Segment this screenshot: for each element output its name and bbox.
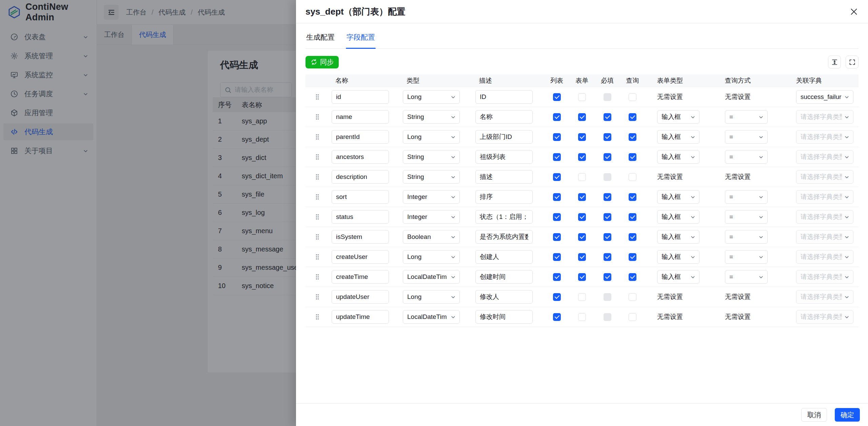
checkbox-checked[interactable]	[553, 293, 561, 301]
checkbox-checked[interactable]	[553, 273, 561, 281]
checkbox-checked[interactable]	[553, 173, 561, 181]
field-desc-input[interactable]	[475, 230, 533, 244]
checkbox-checked[interactable]	[553, 193, 561, 201]
field-name-input[interactable]	[332, 90, 389, 104]
field-type-select[interactable]: LocalDateTim	[403, 310, 460, 324]
checkbox-checked[interactable]	[629, 233, 636, 241]
field-desc-input[interactable]	[475, 130, 533, 144]
checkbox-checked[interactable]	[604, 213, 611, 221]
cancel-button[interactable]: 取消	[801, 408, 827, 422]
field-type-select[interactable]: Integer	[403, 190, 460, 204]
field-desc-input[interactable]	[475, 110, 533, 124]
field-type-select[interactable]: LocalDateTim	[403, 270, 460, 284]
query-type-select[interactable]: =	[725, 230, 768, 244]
form-type-select[interactable]: 输入框	[657, 250, 699, 264]
drag-handle[interactable]	[305, 234, 329, 240]
fullscreen-button[interactable]	[846, 56, 859, 68]
checkbox-checked[interactable]	[578, 233, 586, 241]
field-name-input[interactable]	[332, 310, 389, 324]
field-name-input[interactable]	[332, 170, 389, 184]
field-name-input[interactable]	[332, 190, 389, 204]
checkbox-unchecked[interactable]	[578, 173, 586, 181]
modal-tab-1[interactable]: 字段配置	[346, 23, 376, 48]
form-type-select[interactable]: 输入框	[657, 270, 699, 284]
drag-handle[interactable]	[305, 174, 329, 180]
field-desc-input[interactable]	[475, 210, 533, 224]
field-name-input[interactable]	[332, 230, 389, 244]
row-height-button[interactable]	[828, 56, 841, 68]
checkbox-unchecked[interactable]	[629, 293, 636, 301]
checkbox-checked[interactable]	[553, 113, 561, 121]
field-name-input[interactable]	[332, 110, 389, 124]
field-type-select[interactable]: Long	[403, 130, 460, 144]
drag-handle[interactable]	[305, 214, 329, 220]
form-type-select[interactable]: 输入框	[657, 130, 699, 144]
checkbox-checked[interactable]	[604, 273, 611, 281]
query-type-select[interactable]: =	[725, 130, 768, 144]
field-name-input[interactable]	[332, 130, 389, 144]
drag-handle[interactable]	[305, 134, 329, 140]
dict-select[interactable]: success_failur	[796, 90, 853, 104]
field-desc-input[interactable]	[475, 190, 533, 204]
checkbox-checked[interactable]	[578, 133, 586, 141]
checkbox-checked[interactable]	[553, 153, 561, 161]
checkbox-checked[interactable]	[629, 213, 636, 221]
checkbox-checked[interactable]	[553, 213, 561, 221]
drag-handle[interactable]	[305, 154, 329, 160]
close-button[interactable]	[847, 5, 861, 18]
field-desc-input[interactable]	[475, 90, 533, 104]
checkbox-checked[interactable]	[629, 113, 636, 121]
drag-handle[interactable]	[305, 94, 329, 100]
checkbox-checked[interactable]	[629, 133, 636, 141]
field-type-select[interactable]: String	[403, 150, 460, 164]
field-desc-input[interactable]	[475, 310, 533, 324]
field-name-input[interactable]	[332, 270, 389, 284]
checkbox-checked[interactable]	[604, 113, 611, 121]
modal-tab-0[interactable]: 生成配置	[305, 23, 335, 48]
checkbox-checked[interactable]	[629, 153, 636, 161]
field-type-select[interactable]: Integer	[403, 210, 460, 224]
field-type-select[interactable]: Long	[403, 90, 460, 104]
field-desc-input[interactable]	[475, 250, 533, 264]
drag-handle[interactable]	[305, 293, 329, 300]
checkbox-checked[interactable]	[553, 253, 561, 261]
form-type-select[interactable]: 输入框	[657, 190, 699, 204]
checkbox-unchecked[interactable]	[629, 93, 636, 101]
checkbox-unchecked[interactable]	[629, 313, 636, 321]
field-name-input[interactable]	[332, 290, 389, 304]
field-desc-input[interactable]	[475, 170, 533, 184]
query-type-select[interactable]: =	[725, 250, 768, 264]
form-type-select[interactable]: 输入框	[657, 230, 699, 244]
checkbox-checked[interactable]	[578, 273, 586, 281]
checkbox-checked[interactable]	[578, 153, 586, 161]
checkbox-checked[interactable]	[604, 233, 611, 241]
query-type-select[interactable]: =	[725, 270, 768, 284]
form-type-select[interactable]: 输入框	[657, 210, 699, 224]
field-name-input[interactable]	[332, 210, 389, 224]
checkbox-checked[interactable]	[553, 93, 561, 101]
field-name-input[interactable]	[332, 250, 389, 264]
field-type-select[interactable]: Boolean	[403, 230, 460, 244]
checkbox-checked[interactable]	[604, 153, 611, 161]
query-type-select[interactable]: =	[725, 110, 768, 124]
field-type-select[interactable]: String	[403, 110, 460, 124]
checkbox-unchecked[interactable]	[578, 93, 586, 101]
checkbox-unchecked[interactable]	[578, 293, 586, 301]
sync-button[interactable]: 同步	[305, 56, 339, 68]
query-type-select[interactable]: =	[725, 190, 768, 204]
checkbox-checked[interactable]	[629, 273, 636, 281]
field-name-input[interactable]	[332, 150, 389, 164]
checkbox-checked[interactable]	[629, 253, 636, 261]
field-type-select[interactable]: String	[403, 170, 460, 184]
confirm-button[interactable]: 确定	[835, 408, 860, 422]
checkbox-checked[interactable]	[578, 193, 586, 201]
field-desc-input[interactable]	[475, 150, 533, 164]
checkbox-checked[interactable]	[578, 213, 586, 221]
checkbox-checked[interactable]	[578, 253, 586, 261]
checkbox-checked[interactable]	[629, 193, 636, 201]
checkbox-checked[interactable]	[553, 133, 561, 141]
checkbox-checked[interactable]	[604, 193, 611, 201]
form-type-select[interactable]: 输入框	[657, 110, 699, 124]
checkbox-checked[interactable]	[553, 313, 561, 321]
query-type-select[interactable]: =	[725, 150, 768, 164]
